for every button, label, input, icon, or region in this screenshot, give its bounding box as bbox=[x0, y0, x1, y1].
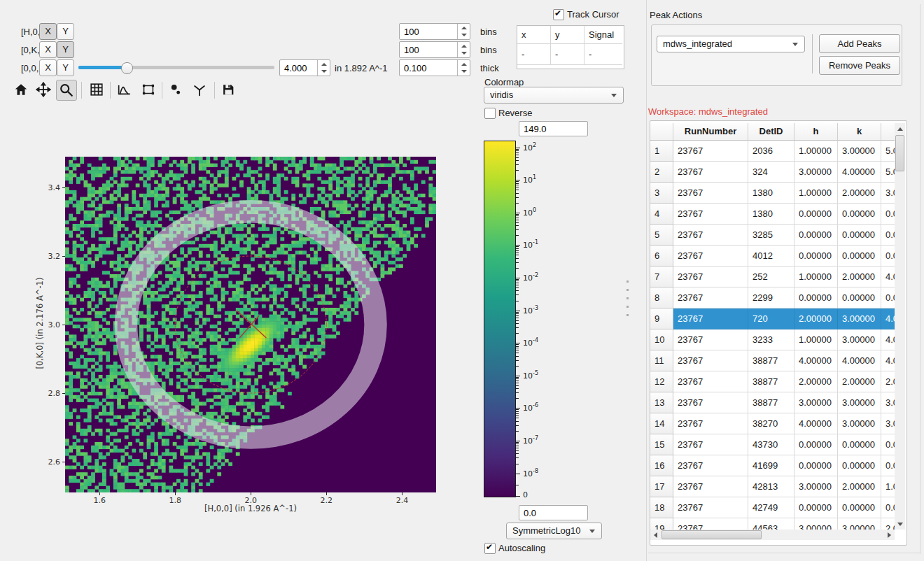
home-icon[interactable] bbox=[11, 80, 31, 99]
table-row[interactable]: 1923767445633.000003.000002.00000 bbox=[650, 518, 895, 530]
pan-icon[interactable] bbox=[34, 80, 53, 99]
table-row[interactable]: 82376722990.000000.000000.00000 bbox=[650, 287, 895, 308]
colorbar bbox=[484, 141, 516, 497]
table-row[interactable]: 1323767388773.000003.000003.00000 bbox=[650, 392, 895, 413]
track-cursor-label: Track Cursor bbox=[567, 9, 620, 20]
colormap-select[interactable]: viridis bbox=[484, 87, 624, 104]
peak-actions-separator bbox=[812, 34, 813, 73]
dim-l-x-button[interactable]: X bbox=[39, 59, 57, 76]
y-axis-label: [0,K,0] (in 2.176 A^-1) bbox=[35, 278, 45, 369]
thickness-spinbox[interactable] bbox=[399, 59, 470, 76]
panel-divider bbox=[646, 0, 647, 561]
table-row[interactable]: 1823767427490.000000.000000.00000 bbox=[650, 497, 895, 518]
splitter-handle[interactable] bbox=[626, 274, 629, 322]
table-row[interactable]: 1123767388774.000004.000004.00000 bbox=[650, 350, 895, 371]
table-row[interactable]: 12376720361.000003.000005.00000 bbox=[650, 141, 895, 162]
overlay-peaks-icon[interactable] bbox=[166, 80, 186, 99]
cursor-col-signal: Signal bbox=[584, 26, 622, 44]
cursor-info-table: x y Signal - - - bbox=[517, 25, 624, 69]
thickness-suffix: thick bbox=[480, 63, 499, 73]
remove-peaks-button[interactable]: Remove Peaks bbox=[819, 56, 900, 75]
slice-unit-label: in 1.892 A^-1 bbox=[335, 63, 388, 73]
table-row[interactable]: 102376732331.000003.000004.00000 bbox=[650, 329, 895, 350]
slice-heatmap-canvas[interactable] bbox=[65, 157, 436, 492]
dim-l-y-button[interactable]: Y bbox=[57, 59, 74, 76]
bins-y-suffix: bins bbox=[480, 45, 497, 55]
header-h[interactable]: h bbox=[794, 123, 838, 141]
region-selection-icon[interactable] bbox=[139, 80, 158, 99]
dim-k-y-button[interactable]: Y bbox=[57, 41, 74, 58]
add-peaks-button[interactable]: Add Peaks bbox=[819, 34, 900, 53]
workspace-caption: Workspace: mdws_integrated bbox=[648, 106, 768, 117]
bins-x-suffix: bins bbox=[480, 27, 497, 37]
right-panel-edge bbox=[920, 4, 920, 554]
header-detid[interactable]: DetID bbox=[748, 123, 794, 141]
corner-header[interactable] bbox=[650, 123, 673, 141]
colorbar-min-input[interactable] bbox=[519, 505, 588, 520]
header-l-partial[interactable] bbox=[881, 123, 895, 141]
table-row[interactable]: 1423767382704.000003.000003.00000 bbox=[650, 413, 895, 434]
table-row[interactable]: 42376713800.000000.000000.00000 bbox=[650, 204, 895, 225]
dim-k-x-button[interactable]: X bbox=[39, 41, 57, 58]
peaks-table-rows: 12376720361.000003.000005.00000223767324… bbox=[650, 141, 895, 530]
bins-x-spinbox[interactable] bbox=[399, 23, 470, 40]
track-cursor-checkbox[interactable] bbox=[553, 9, 564, 20]
dim-h-x-button[interactable]: X bbox=[39, 23, 57, 40]
cursor-x-value: - bbox=[517, 44, 551, 65]
table-row[interactable]: 2237673243.000004.000005.00000 bbox=[650, 162, 895, 183]
table-row[interactable]: 32376713801.000002.000003.00000 bbox=[650, 183, 895, 204]
table-row[interactable]: 1723767428133.000002.000001.00000 bbox=[650, 476, 895, 497]
reverse-checkbox[interactable] bbox=[484, 108, 496, 119]
dim-h-y-button[interactable]: Y bbox=[57, 23, 74, 40]
x-axis-label: [H,0,0] (in 1.926 A^-1) bbox=[204, 504, 297, 513]
peaks-workspace-select[interactable]: mdws_integrated bbox=[657, 36, 805, 52]
grid-icon[interactable] bbox=[87, 80, 106, 99]
scale-select[interactable]: SymmetricLog10 bbox=[506, 523, 602, 539]
autoscaling-checkbox[interactable] bbox=[484, 543, 496, 554]
table-row[interactable]: 9237677202.000003.000004.00000 bbox=[650, 308, 895, 329]
cursor-y-value: - bbox=[551, 44, 584, 65]
slice-slider-handle[interactable] bbox=[121, 62, 133, 74]
table-vscrollbar[interactable] bbox=[895, 123, 905, 530]
cursor-signal-value: - bbox=[584, 44, 622, 65]
table-row[interactable]: 7237672521.000002.000004.00000 bbox=[650, 267, 895, 287]
peaks-table-header: RunNumber DetID h k bbox=[650, 123, 895, 141]
autoscaling-label: Autoscaling bbox=[498, 543, 545, 553]
table-hscrollbar[interactable] bbox=[650, 530, 895, 540]
colorbar-max-input[interactable] bbox=[519, 121, 588, 136]
table-row[interactable]: 1623767416990.000000.000000.00000 bbox=[650, 455, 895, 476]
nonorthogonal-axes-icon[interactable] bbox=[190, 80, 209, 99]
right-panel-bottom-edge bbox=[648, 553, 920, 553]
bins-y-spinbox[interactable] bbox=[399, 41, 470, 58]
colorbar-ticks: 10210110010-110-210-310-410-510-610-710-… bbox=[516, 141, 565, 502]
reverse-label: Reverse bbox=[498, 108, 532, 118]
peak-actions-title: Peak Actions bbox=[650, 10, 702, 20]
slice-viewer-window: [H,0,0] X Y [0,K,0] X Y [0,0,L] X Y in 1… bbox=[0, 0, 924, 561]
table-row[interactable]: 1523767437300.000000.000000.00000 bbox=[650, 434, 895, 455]
cursor-col-x: x bbox=[517, 26, 551, 44]
slice-value-spinbox[interactable] bbox=[279, 59, 330, 76]
header-runnumber[interactable]: RunNumber bbox=[673, 123, 748, 141]
table-row[interactable]: 62376740120.000000.000000.00000 bbox=[650, 246, 895, 267]
cursor-col-y: y bbox=[551, 26, 584, 44]
header-k[interactable]: k bbox=[838, 123, 881, 141]
zoom-icon[interactable] bbox=[56, 80, 77, 101]
line-plots-icon[interactable] bbox=[114, 80, 134, 99]
slice-slider-fill bbox=[78, 66, 126, 69]
table-row[interactable]: 1223767388772.000002.000002.00000 bbox=[650, 371, 895, 392]
save-icon[interactable] bbox=[218, 80, 238, 99]
table-row[interactable]: 52376732850.000000.000000.00000 bbox=[650, 225, 895, 246]
colormap-label: Colormap bbox=[484, 77, 524, 87]
